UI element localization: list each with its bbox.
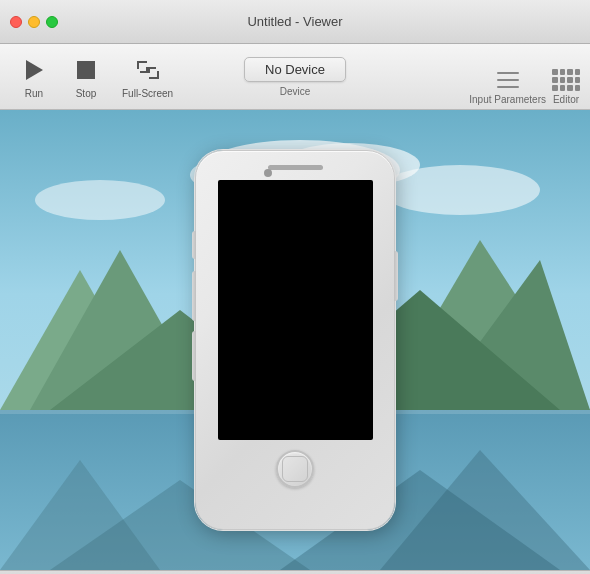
- window-title: Untitled - Viewer: [247, 14, 342, 29]
- toolbar-center: No Device Device: [244, 57, 346, 97]
- toolbar-left: Run Stop Full-Screen: [10, 50, 181, 103]
- fullscreen-button[interactable]: Full-Screen: [114, 50, 181, 103]
- editor-label: Editor: [553, 94, 579, 105]
- input-parameters-button[interactable]: Input Parameters: [469, 69, 546, 105]
- device-section-label: Device: [280, 86, 311, 97]
- phone-screen: [218, 180, 373, 440]
- phone-body: [195, 150, 395, 530]
- maximize-button[interactable]: [46, 16, 58, 28]
- fullscreen-label: Full-Screen: [122, 88, 173, 99]
- phone: [195, 150, 395, 530]
- right-buttons: Input Parameters Editor: [469, 69, 580, 105]
- home-button[interactable]: [276, 450, 314, 488]
- minimize-button[interactable]: [28, 16, 40, 28]
- editor-icon: [552, 69, 580, 91]
- svg-point-5: [35, 180, 165, 220]
- play-icon: [18, 54, 50, 86]
- side-button-right: [394, 251, 398, 301]
- side-button-left-top: [192, 231, 196, 259]
- device-button[interactable]: No Device: [244, 57, 346, 82]
- main-content: [0, 110, 590, 570]
- run-label: Run: [25, 88, 43, 99]
- stop-icon: [70, 54, 102, 86]
- front-camera: [264, 169, 272, 177]
- statusbar: Custom 723x602 Pixels 62.44 FPS: [0, 570, 590, 574]
- fullscreen-icon: [132, 54, 164, 86]
- run-button[interactable]: Run: [10, 50, 58, 103]
- titlebar: Untitled - Viewer: [0, 0, 590, 44]
- side-button-left-volume-up: [192, 271, 196, 321]
- stop-button[interactable]: Stop: [62, 50, 110, 103]
- toolbar-right: Input Parameters Editor: [469, 44, 580, 109]
- home-button-inner: [282, 456, 308, 482]
- close-button[interactable]: [10, 16, 22, 28]
- editor-button[interactable]: Editor: [552, 69, 580, 105]
- input-parameters-label: Input Parameters: [469, 94, 546, 105]
- earpiece: [268, 165, 323, 170]
- stop-label: Stop: [76, 88, 97, 99]
- parameters-icon: [494, 69, 522, 91]
- svg-point-4: [380, 165, 540, 215]
- toolbar: Run Stop Full-Screen No Device Device: [0, 44, 590, 110]
- side-button-left-volume-down: [192, 331, 196, 381]
- traffic-lights: [0, 16, 58, 28]
